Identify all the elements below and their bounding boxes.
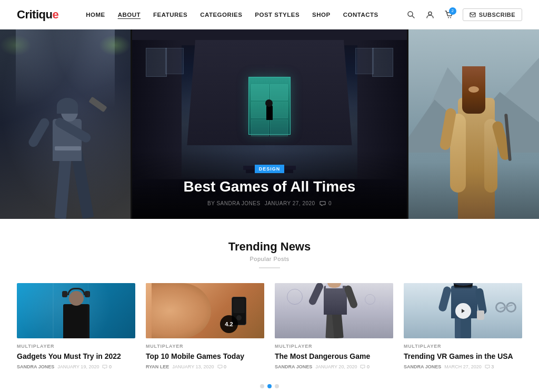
- nav-about[interactable]: ABOUT: [118, 12, 141, 18]
- pagination-dots: [17, 384, 522, 388]
- svg-point-2: [428, 12, 432, 15]
- nav-post-styles[interactable]: POST STYLES: [255, 12, 300, 18]
- trending-card-3[interactable]: MULTIPLAYER The Most Dangerous Game SAND…: [275, 283, 393, 369]
- cart-badge: 2: [449, 7, 456, 15]
- card4-play-button[interactable]: [455, 303, 471, 319]
- nav-contacts[interactable]: CONTACTS: [343, 12, 378, 18]
- hero-right-panel[interactable]: [408, 29, 539, 219]
- hero-section: DESIGN Best Games of All Times BY SANDRA…: [0, 29, 539, 219]
- card2-image: 4.2: [146, 283, 264, 338]
- logo-accent: e: [52, 8, 58, 21]
- header-actions: 2 SUBSCRIBE: [406, 8, 522, 21]
- card1-category: MULTIPLAYER: [17, 344, 135, 349]
- hero-author: BY SANDRA JONES: [207, 200, 261, 206]
- trending-card-2[interactable]: 4.2 MULTIPLAYER Top 10 Mobile Games Toda…: [146, 283, 264, 369]
- trending-section: Trending News Popular Posts: [0, 219, 539, 392]
- card1-image: [17, 283, 135, 338]
- svg-point-4: [450, 17, 451, 18]
- card2-title[interactable]: Top 10 Mobile Games Today: [146, 351, 264, 361]
- card4-title[interactable]: Trending VR Games in the USA: [404, 351, 522, 361]
- section-subtitle: Popular Posts: [17, 256, 522, 262]
- svg-point-3: [448, 17, 449, 18]
- header: Critique HOME ABOUT FEATURES CATEGORIES …: [0, 0, 539, 29]
- hero-comments: 0: [320, 200, 332, 206]
- subscribe-button[interactable]: SUBSCRIBE: [463, 8, 522, 21]
- card4-category: MULTIPLAYER: [404, 344, 522, 349]
- card4-image: [404, 283, 522, 338]
- dot-3[interactable]: [275, 384, 279, 388]
- hero-category-badge: DESIGN: [255, 165, 285, 173]
- main-nav: HOME ABOUT FEATURES CATEGORIES POST STYL…: [86, 12, 378, 18]
- section-divider: [259, 267, 280, 268]
- card3-title[interactable]: The Most Dangerous Game: [275, 351, 393, 361]
- card2-rating-badge: 4.2: [220, 315, 238, 333]
- search-icon[interactable]: [406, 9, 416, 20]
- nav-categories[interactable]: CATEGORIES: [200, 12, 242, 18]
- hero-meta: BY SANDRA JONES JANUARY 27, 2020 0: [149, 200, 390, 206]
- card2-meta: RYAN LEE JANUARY 13, 2020 0: [146, 364, 264, 369]
- trending-grid: MULTIPLAYER Gadgets You Must Try in 2022…: [17, 283, 522, 369]
- dot-1[interactable]: [260, 384, 264, 388]
- card3-image: [275, 283, 393, 338]
- hero-left-panel[interactable]: [0, 29, 131, 219]
- nav-home[interactable]: HOME: [86, 12, 105, 18]
- card4-meta: SANDRA JONES MARCH 27, 2020 3: [404, 364, 522, 369]
- hero-main-panel[interactable]: DESIGN Best Games of All Times BY SANDRA…: [132, 29, 407, 219]
- cart-icon[interactable]: 2: [444, 9, 454, 20]
- card3-meta: SANDRA JONES JANUARY 20, 2020 0: [275, 364, 393, 369]
- hero-date: JANUARY 27, 2020: [265, 200, 315, 206]
- card1-title[interactable]: Gadgets You Must Try in 2022: [17, 351, 135, 361]
- logo[interactable]: Critique: [17, 8, 58, 22]
- dot-2[interactable]: [267, 384, 272, 388]
- card1-meta: SANDRA JONES JANUARY 19, 2020 0: [17, 364, 135, 369]
- section-title: Trending News: [17, 240, 522, 254]
- card2-category: MULTIPLAYER: [146, 344, 264, 349]
- nav-shop[interactable]: SHOP: [312, 12, 331, 18]
- svg-rect-5: [470, 13, 475, 17]
- nav-features[interactable]: FEATURES: [153, 12, 187, 18]
- trending-card-4[interactable]: MULTIPLAYER Trending VR Games in the USA…: [404, 283, 522, 369]
- subscribe-label: SUBSCRIBE: [479, 12, 515, 18]
- user-icon[interactable]: [425, 9, 435, 20]
- hero-title: Best Games of All Times: [149, 178, 390, 195]
- svg-line-1: [412, 16, 414, 18]
- card3-category: MULTIPLAYER: [275, 344, 393, 349]
- section-header: Trending News Popular Posts: [17, 240, 522, 268]
- hero-overlay: DESIGN Best Games of All Times BY SANDRA…: [132, 150, 407, 219]
- trending-card-1[interactable]: MULTIPLAYER Gadgets You Must Try in 2022…: [17, 283, 135, 369]
